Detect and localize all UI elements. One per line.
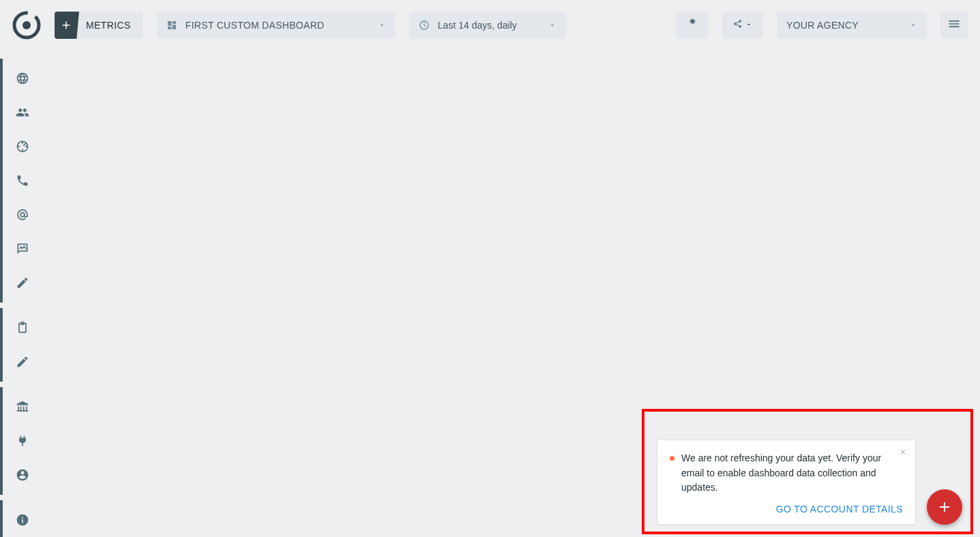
clipboard-icon — [16, 321, 29, 335]
edit-icon — [16, 276, 29, 290]
sidebar-item-reports[interactable] — [3, 311, 42, 345]
top-bar: METRICS FIRST CUSTOM DASHBOARD Last 14 d… — [0, 0, 980, 50]
bug-icon — [685, 17, 699, 33]
status-dot-icon — [670, 456, 674, 461]
agency-name: YOUR AGENCY — [786, 20, 901, 31]
caret-down-icon — [378, 21, 386, 29]
edit-icon — [16, 355, 29, 369]
phone-icon — [16, 174, 29, 187]
account-icon — [16, 468, 29, 482]
add-fab-button[interactable] — [927, 489, 962, 525]
theme-toggle-button[interactable] — [676, 12, 709, 39]
image-message-icon — [16, 242, 29, 256]
group-icon — [16, 106, 29, 119]
dashboard-name: FIRST CUSTOM DASHBOARD — [185, 20, 370, 31]
agency-selector[interactable]: YOUR AGENCY — [777, 12, 927, 39]
add-metrics-button[interactable]: METRICS — [55, 12, 143, 39]
plug-icon — [16, 434, 29, 448]
caret-down-icon — [909, 21, 917, 29]
at-icon — [16, 208, 29, 221]
globe-icon — [16, 72, 29, 85]
date-range-text: Last 14 days, daily — [438, 20, 540, 31]
sidebar-item-edit[interactable] — [3, 266, 42, 300]
dashboard-icon — [166, 20, 177, 31]
sidebar-item-edit-2[interactable] — [3, 345, 42, 379]
svg-point-7 — [20, 213, 25, 217]
share-button[interactable] — [722, 12, 763, 39]
date-range-selector[interactable]: Last 14 days, daily — [409, 12, 566, 39]
plus-icon — [55, 12, 79, 39]
app-logo — [12, 11, 41, 40]
go-to-account-details-link[interactable]: GO TO ACCOUNT DETAILS — [670, 504, 903, 515]
sidebar — [0, 59, 42, 537]
caret-down-icon — [548, 21, 556, 29]
hamburger-icon — [947, 17, 961, 33]
metrics-label: METRICS — [79, 20, 143, 31]
target-icon — [16, 140, 29, 153]
sidebar-item-globe[interactable] — [3, 61, 42, 95]
verify-email-notification: We are not refreshing your data yet. Ver… — [657, 440, 916, 525]
close-notification-button[interactable] — [899, 447, 907, 458]
bank-icon — [16, 400, 29, 414]
sidebar-item-billing[interactable] — [3, 390, 42, 424]
sidebar-item-email[interactable] — [3, 198, 42, 232]
clock-icon — [419, 20, 430, 31]
sidebar-item-info[interactable] — [3, 503, 42, 537]
plus-icon — [936, 499, 953, 515]
sidebar-item-account[interactable] — [3, 458, 42, 492]
main-menu-button[interactable] — [940, 12, 968, 39]
dashboard-selector[interactable]: FIRST CUSTOM DASHBOARD — [157, 12, 396, 39]
sidebar-item-integrations[interactable] — [3, 424, 42, 458]
close-icon — [899, 448, 907, 456]
share-icon — [732, 18, 743, 32]
sidebar-item-group[interactable] — [3, 95, 42, 129]
sidebar-item-reviews[interactable] — [3, 232, 42, 266]
sidebar-item-phone[interactable] — [3, 164, 42, 198]
sidebar-item-target[interactable] — [3, 129, 42, 164]
svg-point-1 — [23, 21, 31, 29]
notification-message: We are not refreshing your data yet. Ver… — [681, 451, 903, 495]
info-icon — [16, 513, 29, 527]
caret-down-icon — [745, 19, 753, 31]
